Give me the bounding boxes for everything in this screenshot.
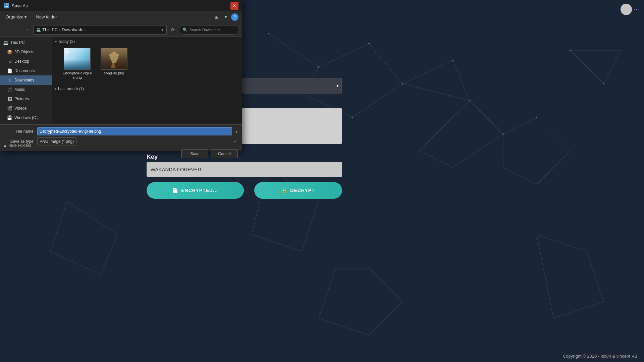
group-last-month-label: Last month (1) [58,86,84,91]
sidebar-label-desktop: Desktop [14,59,29,64]
help-button[interactable]: ? [231,13,238,21]
pictures-icon: 🖼 [7,97,12,102]
savetype-dropdown-wrapper: PNG Image (*.png) ▾ [37,137,238,145]
dialog-main-content: ▾ Today (2) 📄 Encrypted-eVigFile.png [52,37,242,124]
encrypt-button[interactable]: 📄 ENCRYPTED... [147,182,244,199]
dialog-sidebar: 💻 This PC 📦 3D Objects 🖥 Desktop 📄 Docum… [0,37,52,124]
sidebar-item-videos[interactable]: 🎬 Videos [0,104,52,113]
dialog-addressbar: ← → ↑ 💻 This PC › Downloads › ▾ ⟳ 🔍 Sear… [0,23,242,37]
svg-line-18 [570,50,604,84]
filename-input[interactable] [37,127,232,135]
resize-handle[interactable]: ⊡ [238,146,241,150]
svg-line-36 [319,268,335,318]
search-placeholder: Search Downloads [190,28,220,32]
address-part-1: This PC [42,27,58,32]
svg-line-27 [50,251,101,275]
sidebar-item-desktop[interactable]: 🖥 Desktop [0,57,52,66]
group-today[interactable]: ▾ Today (2) [55,39,239,44]
cancel-button[interactable]: Cancel [211,149,238,158]
file-thumbnail-encrypted: 📄 [64,48,91,70]
address-separator-1: › [59,28,60,32]
nav-back-button[interactable]: ← [3,26,11,34]
dialog-title-text: Save As [12,3,28,8]
svg-point-47 [570,50,571,51]
group-today-label: Today (2) [58,39,75,44]
nav-forward-button[interactable]: → [13,26,21,34]
svg-line-3 [352,84,402,117]
svg-point-44 [469,100,470,101]
svg-line-25 [67,201,117,235]
search-box[interactable]: 🔍 Search Downloads [179,25,239,35]
chevron-today-icon: ▾ [55,40,57,44]
sidebar-item-vincent-vb[interactable]: 💾 vincent VB (V:) [0,122,52,124]
file-item-evigfile[interactable]: eVigFile.png [97,47,131,81]
sidebar-item-downloads[interactable]: ⬇ Downloads [0,75,52,85]
svg-line-19 [604,50,621,84]
group-last-month[interactable]: ▾ Last month (1) [55,86,239,91]
sidebar-label-videos: Videos [14,106,26,111]
view-dropdown-button[interactable]: ▾ [223,13,229,20]
app-icon-symbol: 💾 [5,4,8,7]
savetype-row: Save as type: PNG Image (*.png) ▾ [4,137,238,145]
sidebar-label-3d-objects: 3D Objects [14,50,34,54]
mode-dropdown[interactable]: ▾ [242,78,342,94]
nav-up-button[interactable]: ↑ [23,26,31,34]
sidebar-item-pictures[interactable]: 🖼 Pictures [0,94,52,104]
sidebar-item-music[interactable]: 🎵 Music [0,85,52,94]
save-as-dialog: 💾 Save As ✕ Organize ▾ New folder ⊞ ▾ ? … [0,0,242,151]
svg-line-32 [537,235,553,318]
filename-dropdown-arrow: ▾ [235,129,238,134]
svg-line-16 [503,168,537,184]
sidebar-item-this-pc[interactable]: 💻 This PC [0,38,52,47]
filename-label: File name: [4,129,35,134]
file-type-icon-1: 📄 [65,49,69,53]
save-button[interactable]: Save [181,149,208,158]
svg-line-33 [369,268,402,302]
avatar-circle [621,4,632,15]
file-item-encrypted[interactable]: 📄 Encrypted-eVigFile.png [60,47,94,81]
key-input[interactable] [147,162,342,177]
sidebar-label-windows-c: Windows (C:) [14,115,39,120]
svg-line-8 [402,84,470,101]
organize-button[interactable]: Organize ▾ [4,13,29,20]
filename-row: File name: ▾ [4,127,238,135]
sidebar-item-3d-objects[interactable]: 📦 3D Objects [0,47,52,57]
svg-point-46 [536,117,537,118]
dialog-close-button[interactable]: ✕ [230,2,238,10]
dialog-footer: File name: ▾ Save as type: PNG Image (*.… [0,124,242,151]
avatar-decoration: ⋯ [633,5,640,13]
dialog-toolbar: Organize ▾ New folder ⊞ ▾ ? [0,11,242,23]
file-name-encrypted: Encrypted-eVigFile.png [62,71,93,80]
warrior-svg [104,50,124,68]
savetype-select[interactable]: PNG Image (*.png) [37,137,76,145]
svg-point-40 [368,43,370,44]
files-grid-today: 📄 Encrypted-eVigFile.png eVigFile.png [60,47,239,81]
address-path[interactable]: 💻 This PC › Downloads › ▾ [33,25,167,35]
new-folder-button[interactable]: New folder [34,13,59,20]
avatar: ⋯ [621,3,641,15]
this-pc-icon: 💻 [3,40,8,45]
decrypt-button-label: DECRYPT [290,188,315,193]
svg-line-34 [369,302,402,335]
hide-folders-toggle[interactable]: ▲ Hide Folders [3,143,31,148]
downloads-icon: ⬇ [7,78,12,83]
hide-folders-label: Hide Folders [8,143,31,148]
svg-line-0 [268,34,319,67]
chevron-up-icon: ▲ [3,143,7,148]
address-part-2: Downloads [62,27,83,32]
svg-line-28 [50,201,67,251]
svg-line-35 [319,318,369,335]
svg-line-30 [587,251,604,302]
sidebar-label-music: Music [14,87,25,92]
decrypt-button[interactable]: 🔓 DECRYPT [254,182,342,199]
sidebar-item-documents[interactable]: 📄 Documents [0,66,52,75]
desktop-icon: 🖥 [7,59,12,64]
svg-line-11 [419,151,453,168]
chevron-lastmonth-icon: ▾ [54,88,58,90]
sidebar-item-windows-c[interactable]: 💾 Windows (C:) [0,113,52,122]
svg-line-26 [101,235,117,275]
svg-line-7 [453,60,470,101]
refresh-button[interactable]: ⟳ [169,26,177,34]
view-toggle-button[interactable]: ⊞ [213,13,221,21]
output-area [242,108,342,144]
